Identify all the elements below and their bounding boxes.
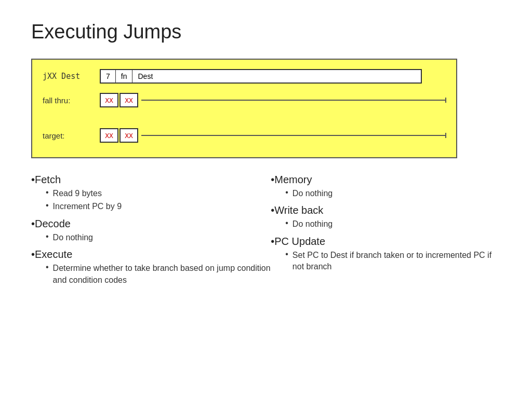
writeback-heading: •Write back [271, 204, 501, 216]
decode-heading: •Decode [31, 218, 271, 230]
fall-thru-label: fall thru: [43, 96, 100, 105]
instruction-encoding: 7 fn Dest [100, 69, 422, 84]
instruction-row: jXX Dest 7 fn Dest [43, 69, 446, 84]
instr-cell-fn: fn [116, 70, 133, 83]
fall-thru-line [141, 100, 445, 101]
content-area: •Fetch Read 9 bytes Increment PC by 9 •D… [31, 174, 501, 287]
instr-cell-7: 7 [101, 70, 116, 83]
diagram-box: jXX Dest 7 fn Dest fall thru: [31, 59, 457, 158]
instruction-mono: jXX Dest [43, 72, 80, 81]
memory-heading: •Memory [271, 174, 501, 186]
fetch-bullet-2: Increment PC by 9 [46, 201, 271, 212]
diagram-container: jXX Dest 7 fn Dest fall thru: [31, 59, 501, 158]
target-xx-2: XX [119, 128, 138, 143]
pcupdate-heading: •PC Update [271, 236, 501, 248]
decode-bullet-1: Do nothing [46, 232, 271, 243]
target-line [141, 135, 445, 136]
target-label: target: [43, 131, 100, 140]
target-tick [445, 133, 446, 138]
col-right: •Memory Do nothing •Write back Do nothin… [271, 174, 501, 287]
memory-bullet-1: Do nothing [285, 188, 501, 199]
pcupdate-bullet-1: Set PC to Dest if branch taken or to inc… [285, 250, 501, 273]
writeback-bullet-1: Do nothing [285, 218, 501, 230]
fall-thru-xx-1: XX [100, 93, 118, 107]
target-row: target: XX XX [43, 128, 446, 143]
instr-cell-dest: Dest [132, 70, 421, 83]
target-xx-1: XX [100, 128, 118, 143]
fall-thru-xx: XX XX [100, 93, 139, 107]
page: Executing Jumps jXX Dest 7 fn Dest [0, 0, 532, 308]
execute-bullet-1: Determine whether to take branch based o… [46, 263, 271, 286]
col-left: •Fetch Read 9 bytes Increment PC by 9 •D… [31, 174, 271, 287]
fetch-heading: •Fetch [31, 174, 271, 186]
fall-thru-row: fall thru: XX XX [43, 93, 446, 107]
page-title: Executing Jumps [31, 21, 501, 43]
spacer1 [43, 113, 446, 128]
instruction-label: jXX Dest [43, 72, 100, 81]
execute-heading: •Execute [31, 249, 271, 260]
fall-thru-xx-2: XX [119, 93, 138, 107]
target-xx: XX XX [100, 128, 139, 143]
fall-thru-tick [445, 98, 446, 103]
fetch-bullet-1: Read 9 bytes [46, 188, 271, 199]
